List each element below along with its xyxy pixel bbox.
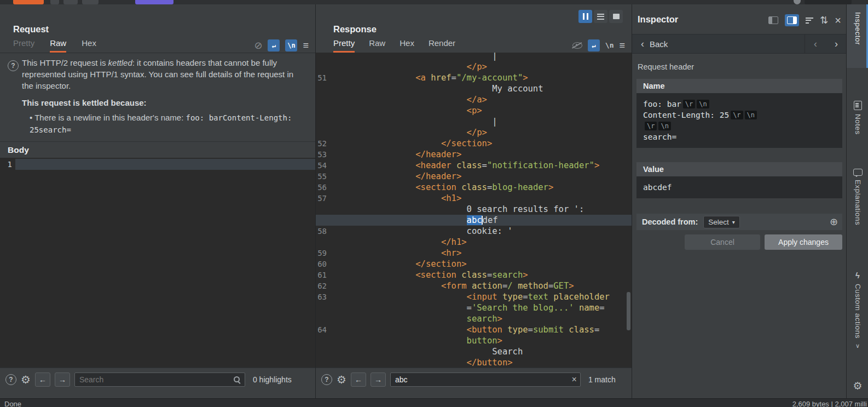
help-icon[interactable]: ? <box>5 374 16 385</box>
tab-raw[interactable]: Raw <box>369 38 385 53</box>
request-search-input[interactable] <box>75 375 233 384</box>
tab-hex[interactable]: Hex <box>400 38 414 53</box>
code-row[interactable]: 54<header class="notification-header"> <box>316 160 632 171</box>
sidebar-settings[interactable]: ⚙ <box>847 381 868 391</box>
word-wrap-icon[interactable]: ↵ <box>268 39 280 51</box>
code-row[interactable]: 60</section> <box>316 259 632 270</box>
decoded-from-label: Decoded from: <box>642 217 698 226</box>
code-row[interactable]: My account <box>316 83 632 94</box>
code-row[interactable]: 62<form action=/ method=GET> <box>316 280 632 291</box>
tab-pretty[interactable]: Pretty <box>333 38 355 53</box>
sidebar-item-custom-actions[interactable]: ϟ Custom actions ∨ <box>847 271 868 349</box>
toolbar-button[interactable] <box>50 0 59 4</box>
code-row[interactable]: 59<hr> <box>316 248 632 259</box>
toolbar-field[interactable] <box>805 0 852 4</box>
code-row[interactable]: search> <box>316 313 632 324</box>
code-row[interactable]: </p> <box>316 61 632 72</box>
code-row[interactable]: </h1> <box>316 237 632 248</box>
code-row[interactable]: 63<input type=text placeholder <box>316 291 632 302</box>
next-match-button[interactable]: → <box>55 372 70 387</box>
show-newlines-icon[interactable]: \n <box>285 39 297 51</box>
settings-gear-icon[interactable]: ⚙ <box>21 375 31 385</box>
toolbar-button[interactable] <box>82 0 99 4</box>
layout-rows-button[interactable] <box>594 10 607 23</box>
code-row[interactable]: 53</header> <box>316 149 632 160</box>
toolbar-send-button[interactable] <box>13 0 44 4</box>
inspector-header-icons: ⇅ × <box>768 14 841 26</box>
current-line-highlight[interactable] <box>15 159 315 170</box>
code-row[interactable]: <p> <box>316 105 632 116</box>
tab-pretty[interactable]: Pretty <box>13 38 34 53</box>
header-value[interactable]: abcdef <box>636 176 842 198</box>
kettled-reason-heading: This request is kettled because: <box>22 97 302 108</box>
help-icon[interactable]: ? <box>321 374 332 385</box>
match-count: 1 match <box>588 375 616 384</box>
layout-single-button[interactable] <box>609 10 623 23</box>
vertical-scrollbar[interactable] <box>627 292 630 330</box>
dock-right-icon[interactable] <box>785 14 799 26</box>
decoded-from-select[interactable]: Select ▾ <box>703 216 740 228</box>
word-wrap-icon[interactable]: ↵ <box>588 39 600 51</box>
divider <box>0 53 315 53</box>
code-row[interactable]: </p> <box>316 127 632 138</box>
response-tabs: Pretty Raw Hex Render <box>333 38 455 53</box>
expand-collapse-icon[interactable]: ⇅ <box>820 15 828 25</box>
add-icon[interactable]: ⊕ <box>830 216 838 228</box>
code-row[interactable]: 58cookie: ' <box>316 226 632 237</box>
close-inspector-button[interactable]: × <box>835 15 841 25</box>
response-code-editor[interactable]: |</p>51<a href="/my-account">My account<… <box>316 53 632 368</box>
toolbar-purple-button[interactable] <box>135 0 173 4</box>
sidebar-item-explanations[interactable]: Explanations <box>847 169 868 225</box>
prev-match-button[interactable]: ← <box>351 372 366 387</box>
right-sidebar: Inspector Notes Explanations ϟ Custom ac… <box>846 4 868 398</box>
response-search-bar: ? ⚙ ← → × 1 match <box>316 368 632 398</box>
body-row[interactable]: 1 <box>0 159 315 170</box>
clear-search-icon[interactable]: × <box>572 375 577 384</box>
code-row[interactable]: 61<section class=search> <box>316 270 632 280</box>
toolbar-button[interactable] <box>63 0 78 4</box>
prev-header-button[interactable]: ‹ <box>805 38 826 50</box>
header-name-value[interactable]: foo: bar\r\nContent-Length: 25\r\n\r\nse… <box>636 93 842 148</box>
code-row[interactable]: </a> <box>316 94 632 105</box>
code-row[interactable]: | <box>316 116 632 127</box>
code-row[interactable]: abcdef <box>316 215 632 226</box>
apply-changes-button[interactable]: Apply changes <box>765 234 842 250</box>
code-row[interactable]: 55</header> <box>316 171 632 182</box>
response-search-input[interactable] <box>391 375 572 384</box>
tab-hex[interactable]: Hex <box>82 38 96 53</box>
show-newlines-icon[interactable]: \n <box>605 41 614 50</box>
code-row[interactable]: button> <box>316 335 632 346</box>
collapse-sections-icon[interactable] <box>806 18 813 24</box>
toolbar-avatar[interactable] <box>794 0 801 4</box>
layout-columns-button[interactable] <box>578 10 592 23</box>
inspector-back-row[interactable]: ‹ Back ‹ › <box>632 34 847 54</box>
request-body-editor[interactable]: 1 <box>0 158 315 368</box>
dock-left-icon[interactable] <box>768 16 778 24</box>
code-row[interactable]: 64<button type=submit class= <box>316 324 632 335</box>
code-row[interactable]: Search <box>316 346 632 357</box>
code-row[interactable]: 0 search results for ': <box>316 204 632 215</box>
settings-gear-icon[interactable]: ⚙ <box>337 375 346 385</box>
code-row[interactable]: 51<a href="/my-account"> <box>316 72 632 83</box>
next-match-button[interactable]: → <box>371 372 386 387</box>
code-row[interactable]: 57<h1> <box>316 193 632 204</box>
prev-match-button[interactable]: ← <box>35 372 50 387</box>
code-row[interactable]: ='Search the blog...' name= <box>316 302 632 313</box>
editor-menu-icon[interactable]: ≡ <box>619 41 625 50</box>
sidebar-item-notes[interactable]: Notes <box>847 101 868 135</box>
code-row[interactable]: | <box>316 53 632 61</box>
sidebar-item-inspector[interactable]: Inspector <box>847 12 868 45</box>
tab-render[interactable]: Render <box>429 38 455 53</box>
code-row[interactable]: 56<section class=blog-header> <box>316 182 632 193</box>
editor-menu-icon[interactable]: ≡ <box>303 41 309 50</box>
hide-icon[interactable] <box>572 42 582 49</box>
hide-nonprintable-icon[interactable]: ⊘ <box>254 41 262 50</box>
code-row[interactable]: 52</section> <box>316 138 632 149</box>
request-tabs: Pretty Raw Hex <box>13 38 96 53</box>
line-number: 61 <box>316 271 330 279</box>
cancel-button[interactable]: Cancel <box>685 234 760 250</box>
tab-raw[interactable]: Raw <box>50 38 66 53</box>
code-row[interactable]: </button> <box>316 357 632 368</box>
top-toolbar <box>0 0 868 4</box>
next-header-button[interactable]: › <box>826 38 847 50</box>
